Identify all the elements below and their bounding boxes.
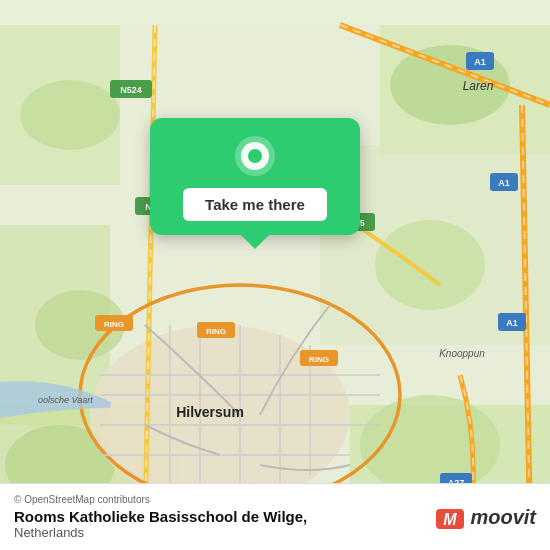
moovit-logo: M moovit xyxy=(434,501,536,533)
svg-point-9 xyxy=(375,220,485,310)
location-name: Rooms Katholieke Basisschool de Wilge, xyxy=(14,508,307,525)
svg-text:Laren: Laren xyxy=(463,79,494,93)
take-me-there-button[interactable]: Take me there xyxy=(183,188,327,221)
svg-text:A1: A1 xyxy=(498,178,510,188)
location-pin-icon xyxy=(233,134,277,178)
svg-text:oolsche Vaart: oolsche Vaart xyxy=(38,395,93,405)
copyright-text: © OpenStreetMap contributors xyxy=(14,494,307,505)
svg-text:Hilversum: Hilversum xyxy=(176,404,244,420)
svg-point-56 xyxy=(248,149,262,163)
svg-text:RING: RING xyxy=(309,355,329,364)
bottom-left-info: © OpenStreetMap contributors Rooms Katho… xyxy=(14,494,307,540)
svg-text:M: M xyxy=(444,511,458,528)
svg-text:RING: RING xyxy=(104,320,124,329)
svg-point-8 xyxy=(20,80,120,150)
svg-text:N524: N524 xyxy=(120,85,142,95)
map-svg: N524 N524 N525 A1 A1 A1 A27 RING RING RI… xyxy=(0,0,550,550)
location-country: Netherlands xyxy=(14,525,307,540)
moovit-logo-icon: M xyxy=(434,501,466,533)
svg-text:A1: A1 xyxy=(474,57,486,67)
map-container: N524 N524 N525 A1 A1 A1 A27 RING RING RI… xyxy=(0,0,550,550)
moovit-logo-text: moovit xyxy=(470,506,536,529)
svg-text:A1: A1 xyxy=(506,318,518,328)
bottom-bar: © OpenStreetMap contributors Rooms Katho… xyxy=(0,483,550,550)
popup-card: Take me there xyxy=(150,118,360,235)
svg-text:RING: RING xyxy=(206,327,226,336)
svg-text:Knooppun: Knooppun xyxy=(439,348,485,359)
